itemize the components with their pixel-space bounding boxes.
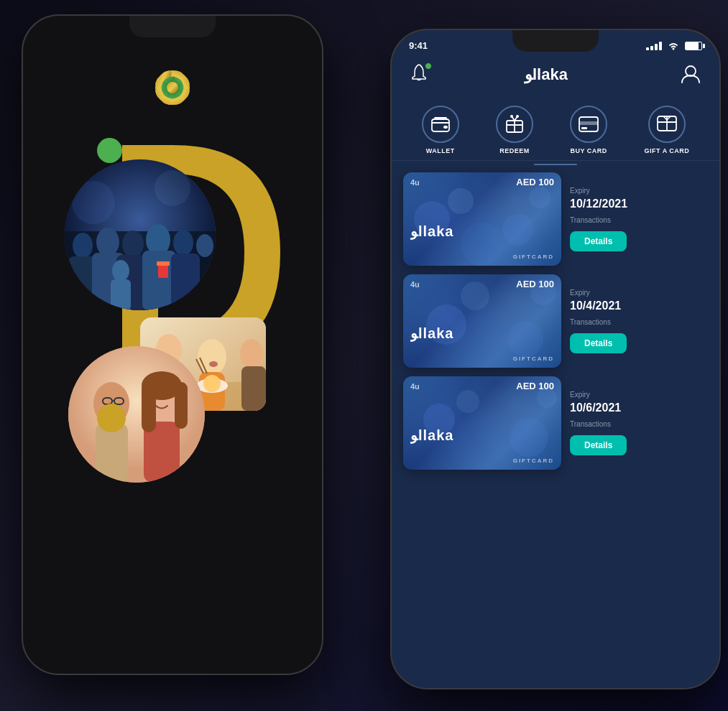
nav-tab-gift-card[interactable]: GIFT A CARD bbox=[644, 106, 689, 154]
buy-card-tab-icon-circle bbox=[570, 106, 607, 143]
card2-brand: ﻮllaka bbox=[410, 320, 497, 348]
svg-point-35 bbox=[155, 170, 190, 206]
gift-card-tab-label: GIFT A CARD bbox=[644, 147, 689, 154]
green-accent-dot bbox=[97, 138, 122, 163]
svg-text:ﻮllaka: ﻮllaka bbox=[410, 223, 453, 240]
wallet-icon bbox=[431, 116, 450, 132]
card3-details-button[interactable]: Details bbox=[570, 435, 627, 455]
d-shape-area bbox=[57, 131, 287, 490]
card1-brand-logo: ﻮllaka bbox=[410, 218, 497, 241]
svg-rect-59 bbox=[142, 382, 156, 432]
svg-point-73 bbox=[448, 188, 474, 214]
svg-rect-33 bbox=[157, 261, 170, 266]
card1-details-button[interactable]: Details bbox=[570, 231, 627, 251]
svg-text:ﻮllaka: ﻮllaka bbox=[410, 427, 453, 444]
svg-point-24 bbox=[196, 234, 213, 257]
cards-list: 4u AED 100 ﻮllaka bbox=[392, 167, 719, 688]
svg-point-23 bbox=[173, 230, 193, 256]
svg-point-62 bbox=[686, 66, 696, 76]
svg-point-30 bbox=[112, 260, 129, 282]
card2-giftcard-label: GIFTCARD bbox=[513, 356, 554, 362]
card1-info: Expiry 10/12/2021 Transactions Details bbox=[570, 187, 627, 251]
svg-point-86 bbox=[537, 388, 557, 408]
card3-info: Expiry 10/6/2021 Transactions Details bbox=[570, 391, 627, 455]
svg-point-21 bbox=[122, 231, 144, 258]
gift-card-icon bbox=[657, 116, 677, 133]
redeem-icon bbox=[505, 115, 524, 134]
nav-tab-redeem[interactable]: REDEEM bbox=[496, 106, 533, 154]
wallet-tab-label: WALLET bbox=[426, 147, 455, 154]
couple-photo bbox=[68, 346, 205, 483]
gift-card-visual-1: 4u AED 100 ﻮllaka bbox=[403, 172, 561, 266]
card1-giftcard-label: GIFTCARD bbox=[513, 254, 554, 260]
nav-tab-wallet[interactable]: WALLET bbox=[422, 106, 459, 154]
card1-brand: ﻮllaka bbox=[410, 218, 497, 246]
card1-expiry-date: 10/12/2021 bbox=[570, 198, 627, 210]
svg-rect-70 bbox=[581, 127, 587, 129]
svg-rect-63 bbox=[432, 119, 449, 131]
svg-text:ﻮllaka: ﻮllaka bbox=[410, 325, 453, 342]
svg-point-81 bbox=[530, 279, 556, 305]
svg-text:ﻮllaka: ﻮllaka bbox=[524, 65, 568, 84]
svg-point-20 bbox=[96, 228, 119, 256]
wallet-tab-icon-circle bbox=[422, 106, 459, 143]
card2-details-button[interactable]: Details bbox=[570, 333, 627, 353]
card3-expiry-date: 10/6/2021 bbox=[570, 401, 627, 414]
svg-point-80 bbox=[507, 321, 543, 357]
svg-point-84 bbox=[456, 390, 479, 413]
card2-transactions-label: Transactions bbox=[570, 318, 627, 326]
card2-expiry-date: 10/4/2021 bbox=[570, 299, 627, 312]
svg-rect-60 bbox=[175, 382, 188, 429]
wifi-icon bbox=[668, 41, 679, 51]
svg-point-19 bbox=[73, 233, 93, 259]
mandala-logo bbox=[144, 59, 201, 116]
svg-point-34 bbox=[72, 181, 115, 224]
svg-point-85 bbox=[510, 418, 548, 457]
app-header: ﻮllaka bbox=[392, 57, 719, 97]
card-item-3: 4u AED 100 ﻮllaka bbox=[403, 376, 708, 470]
card-item-1: 4u AED 100 ﻮllaka bbox=[403, 172, 708, 266]
card1-expiry-label: Expiry bbox=[570, 187, 627, 195]
right-phone-notch bbox=[512, 30, 599, 52]
card2-brand-logo: ﻮllaka bbox=[410, 320, 497, 343]
right-phone-screen: 9:41 bbox=[392, 30, 719, 688]
profile-icon[interactable] bbox=[679, 62, 702, 85]
app-name-logo: ﻮllaka bbox=[523, 62, 588, 85]
nav-tab-buy-card[interactable]: BUY CARD bbox=[570, 106, 607, 154]
gift-card-tab-icon-circle bbox=[648, 106, 686, 143]
signal-icon bbox=[646, 42, 662, 50]
phone-right: 9:41 bbox=[390, 29, 721, 689]
card3-giftcard-label: GIFTCARD bbox=[513, 457, 554, 464]
gold-accent-circle bbox=[97, 404, 126, 432]
svg-point-41 bbox=[203, 375, 221, 392]
redeem-tab-label: REDEEM bbox=[499, 147, 530, 154]
status-bar: 9:41 bbox=[392, 30, 719, 57]
card3-brand-logo: ﻮllaka bbox=[410, 422, 497, 445]
left-phone-content bbox=[23, 16, 322, 674]
buy-card-icon bbox=[579, 116, 599, 132]
status-time: 9:41 bbox=[409, 40, 428, 51]
card1-transactions-label: Transactions bbox=[570, 216, 627, 224]
notification-bell[interactable] bbox=[409, 62, 432, 85]
buy-card-tab-label: BUY CARD bbox=[571, 147, 607, 154]
svg-point-79 bbox=[461, 282, 489, 310]
svg-point-67 bbox=[516, 115, 519, 118]
svg-point-44 bbox=[240, 339, 263, 368]
nav-tabs: WALLET REDEEM bbox=[392, 97, 719, 161]
app-name: ﻮllaka bbox=[523, 62, 588, 85]
battery-icon bbox=[685, 42, 702, 50]
svg-point-75 bbox=[529, 187, 550, 208]
svg-point-46 bbox=[209, 361, 218, 367]
card3-brand: ﻮllaka bbox=[410, 422, 497, 450]
card-item-2: 4u AED 100 ﻮllaka bbox=[403, 274, 708, 368]
svg-rect-31 bbox=[111, 279, 131, 310]
phone-left bbox=[22, 14, 323, 675]
gift-card-visual-3: 4u AED 100 ﻮllaka bbox=[403, 376, 561, 470]
scroll-indicator bbox=[392, 161, 719, 167]
svg-point-66 bbox=[510, 115, 513, 118]
status-icons bbox=[646, 41, 702, 51]
svg-point-16 bbox=[167, 82, 178, 93]
svg-rect-28 bbox=[142, 251, 176, 310]
card2-info: Expiry 10/4/2021 Transactions Details bbox=[570, 289, 627, 353]
scene: 9:41 bbox=[0, 0, 728, 711]
